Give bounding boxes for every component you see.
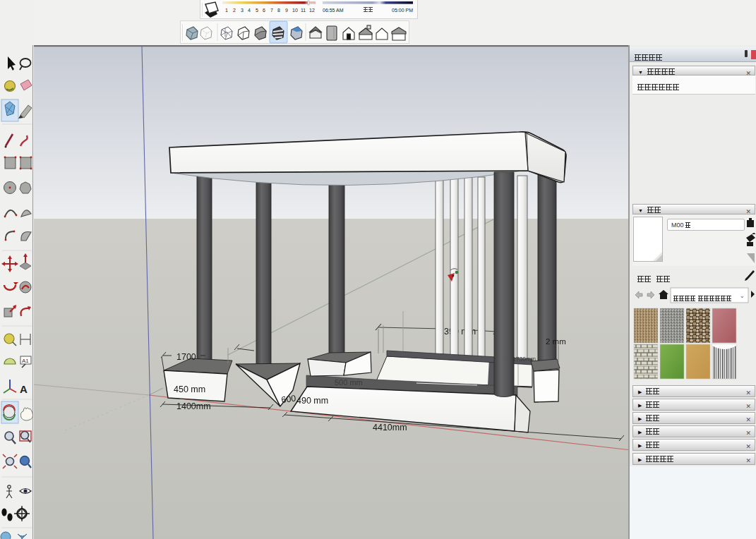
svg-text:4410mm: 4410mm — [373, 423, 407, 432]
svg-text:3: 3 — [241, 8, 244, 13]
svg-text:500 mm: 500 mm — [335, 378, 363, 387]
svg-text:12: 12 — [309, 8, 315, 13]
svg-text:7: 7 — [270, 8, 273, 13]
svg-text:2: 2 — [233, 8, 236, 13]
svg-text:2 mm: 2 mm — [546, 337, 566, 346]
svg-text:1: 1 — [225, 8, 228, 13]
svg-text:9: 9 — [285, 8, 288, 13]
svg-text:5: 5 — [256, 8, 258, 13]
svg-text:600: 600 — [281, 394, 296, 405]
svg-text:450 mm: 450 mm — [174, 384, 205, 394]
svg-text:10: 10 — [292, 8, 298, 13]
svg-text:A: A — [20, 383, 28, 395]
svg-text:1400mm: 1400mm — [176, 401, 211, 411]
svg-text:6: 6 — [263, 8, 265, 13]
svg-text:8: 8 — [277, 8, 280, 13]
svg-text:490 mm: 490 mm — [296, 396, 328, 406]
svg-text:06:55 AM: 06:55 AM — [323, 8, 344, 13]
svg-text:⌄: ⌄ — [740, 293, 745, 299]
svg-text:05:00 PM: 05:00 PM — [392, 8, 413, 13]
svg-text:4: 4 — [248, 8, 251, 13]
svg-text:11: 11 — [301, 8, 306, 13]
svg-text:1700: 1700 — [176, 352, 196, 362]
svg-text:A1: A1 — [22, 358, 29, 364]
